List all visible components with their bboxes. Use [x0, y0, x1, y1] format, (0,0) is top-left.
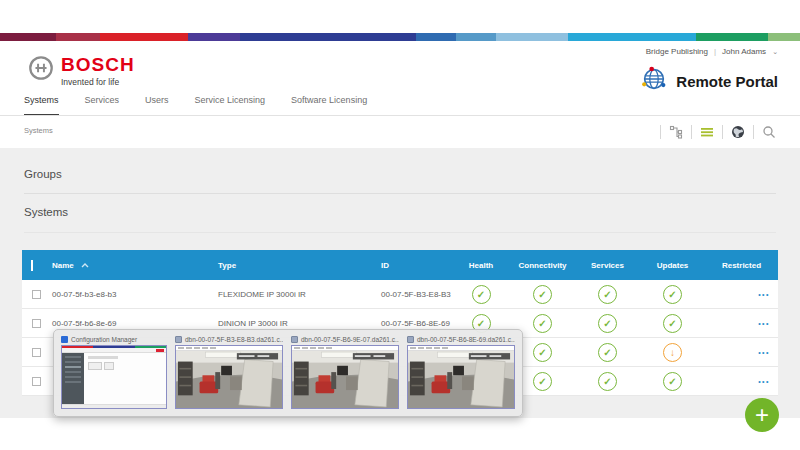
thumbnail-title: Configuration Manager: [71, 336, 137, 343]
globe-logo-icon: [640, 65, 668, 97]
table-row[interactable]: 00-07-5f-b3-e8-b3 FLEXIDOME IP 3000i IR …: [22, 280, 778, 309]
cell-services: ✓: [575, 285, 640, 304]
status-ok-icon: ✓: [472, 285, 491, 304]
cell-health: ✓: [452, 285, 510, 304]
status-ok-icon: ✓: [598, 314, 617, 333]
col-header-type[interactable]: Type: [218, 261, 381, 270]
cell-connectivity: ✓: [510, 285, 575, 304]
bosch-tagline: Invented for life: [61, 77, 135, 87]
cell-type: FLEXIDOME IP 3000i IR: [218, 290, 381, 299]
cell-updates: ✓: [640, 372, 705, 391]
col-header-id[interactable]: ID: [381, 261, 452, 270]
app-title: Remote Portal: [676, 73, 778, 90]
cell-services: ✓: [575, 314, 640, 333]
toolbar-divider: [753, 125, 754, 139]
remote-portal-logo: Remote Portal: [640, 65, 778, 97]
col-header-services[interactable]: Services: [575, 261, 640, 270]
col-header-health[interactable]: Health: [452, 261, 510, 270]
bosch-armature-icon: [28, 55, 54, 85]
systems-section-title[interactable]: Systems: [24, 206, 68, 218]
nav-tab-services[interactable]: Services: [85, 95, 120, 116]
cell-updates: ✓: [640, 285, 705, 304]
bosch-logo: BOSCH Invented for life: [28, 55, 135, 87]
section-divider: [24, 193, 776, 194]
row-checkbox[interactable]: [32, 290, 41, 299]
cell-type: DINION IP 3000i IR: [218, 319, 381, 328]
primary-nav: SystemsServicesUsersService LicensingSof…: [24, 95, 367, 116]
thumbnail-title: dbn-00-07-5F-B6-8E-69.da261.c...: [417, 336, 515, 343]
thumbnail-title: dbn-00-07-5F-B6-9E-07.da261.c...: [301, 336, 399, 343]
status-ok-icon: ✓: [533, 372, 552, 391]
chevron-down-icon[interactable]: ⌄: [772, 48, 778, 56]
row-menu-button[interactable]: •••: [705, 320, 778, 327]
toolbar-divider: [660, 125, 661, 139]
sort-asc-icon[interactable]: [81, 261, 89, 270]
col-header-updates[interactable]: Updates: [640, 261, 705, 270]
status-ok-icon: ✓: [663, 314, 682, 333]
status-ok-icon: ✓: [598, 372, 617, 391]
table-header-row: Name Type ID Health Connectivity Service…: [22, 250, 778, 280]
browser-window-icon: [175, 336, 182, 343]
row-checkbox[interactable]: [32, 377, 41, 386]
account-name[interactable]: Bridge Publishing: [646, 47, 708, 56]
status-update-available-icon: ↓: [663, 343, 682, 362]
account-divider: |: [714, 47, 716, 56]
add-system-button[interactable]: +: [745, 398, 779, 432]
cell-id: 00-07-5F-B6-8E-69: [381, 319, 452, 328]
cell-name: 00-07-5f-b3-e8-b3: [52, 290, 218, 299]
user-menu[interactable]: John Adams: [722, 47, 766, 56]
status-ok-icon: ✓: [663, 372, 682, 391]
remote-portal-page: Bridge Publishing | John Adams ⌄ BOSCH I…: [0, 0, 800, 450]
groups-section-title[interactable]: Groups: [24, 168, 62, 180]
cell-updates: ↓: [640, 343, 705, 362]
row-menu-button[interactable]: •••: [705, 378, 778, 385]
breadcrumb: Systems: [24, 126, 53, 135]
section-divider: [24, 232, 776, 233]
camera-feed-image: [408, 351, 514, 408]
view-toolbar: [654, 122, 778, 142]
row-checkbox[interactable]: [32, 348, 41, 357]
bosch-supergraphic-bar: [0, 33, 800, 41]
account-bar: Bridge Publishing | John Adams ⌄: [646, 47, 778, 56]
search-icon[interactable]: [760, 123, 778, 141]
row-menu-button[interactable]: •••: [705, 349, 778, 356]
status-ok-icon: ✓: [598, 343, 617, 362]
nav-tab-software-licensing[interactable]: Software Licensing: [291, 95, 367, 116]
status-ok-icon: ✓: [533, 343, 552, 362]
app-window-preview[interactable]: [61, 345, 167, 409]
cell-services: ✓: [575, 372, 640, 391]
tree-view-icon[interactable]: [667, 123, 685, 141]
select-all-checkbox[interactable]: [31, 260, 33, 271]
status-ok-icon: ✓: [533, 314, 552, 333]
camera-window-preview[interactable]: [175, 345, 283, 409]
taskbar-thumbnail[interactable]: dbn-00-07-5F-B3-E8-B3.da261.c...: [175, 334, 283, 409]
cell-updates: ✓: [640, 314, 705, 333]
status-ok-icon: ✓: [598, 285, 617, 304]
subbar: Systems: [0, 116, 800, 148]
col-header-name[interactable]: Name: [52, 261, 74, 270]
thumbnail-title: dbn-00-07-5F-B3-E8-B3.da261.c...: [185, 336, 283, 343]
row-menu-button[interactable]: •••: [705, 291, 778, 298]
nav-tab-users[interactable]: Users: [145, 95, 169, 116]
camera-feed-image: [176, 351, 282, 408]
nav-tab-service-licensing[interactable]: Service Licensing: [195, 95, 266, 116]
camera-window-preview[interactable]: [407, 345, 515, 409]
list-view-icon[interactable]: [698, 123, 716, 141]
nav-tab-systems[interactable]: Systems: [24, 95, 59, 116]
taskbar-thumbnail[interactable]: dbn-00-07-5F-B6-9E-07.da261.c...: [291, 334, 399, 409]
status-ok-icon: ✓: [533, 285, 552, 304]
taskbar-thumbnail[interactable]: dbn-00-07-5F-B6-8E-69.da261.c...: [407, 334, 515, 409]
col-header-restricted[interactable]: Restricted: [705, 261, 778, 270]
cell-id: 00-07-5F-B3-E8-B3: [381, 290, 452, 299]
camera-window-preview[interactable]: [291, 345, 399, 409]
bosch-wordmark: BOSCH: [61, 55, 135, 75]
row-checkbox[interactable]: [32, 319, 41, 328]
browser-window-icon: [407, 336, 414, 343]
app-window-icon: [61, 336, 68, 343]
taskbar-thumbnail[interactable]: Configuration Manager: [61, 334, 167, 409]
globe-icon[interactable]: [729, 123, 747, 141]
col-header-connectivity[interactable]: Connectivity: [510, 261, 575, 270]
cell-name: 00-07-5f-b6-8e-69: [52, 319, 218, 328]
toolbar-divider: [691, 125, 692, 139]
browser-window-icon: [291, 336, 298, 343]
